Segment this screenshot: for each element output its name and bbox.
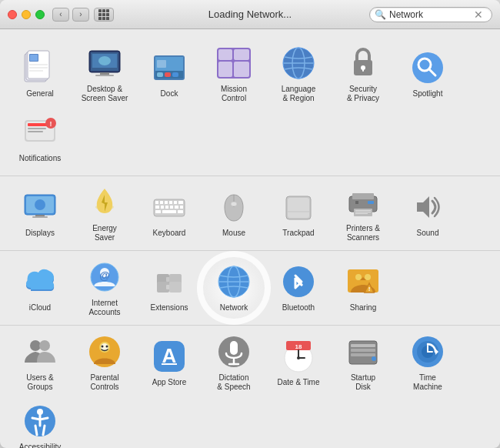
icon-spotlight-label: Spotlight <box>413 89 443 99</box>
icon-printers-scanners[interactable]: Printers &Scanners <box>332 182 394 244</box>
svg-point-108 <box>106 346 108 348</box>
hardware-icons-grid: Displays EnergySaver <box>9 182 491 244</box>
icon-mission-label: MissionControl <box>221 85 247 103</box>
svg-rect-69 <box>288 198 309 218</box>
icon-time-machine-label: TimeMachine <box>413 373 442 392</box>
back-button[interactable]: ‹ <box>52 8 69 22</box>
icon-mouse[interactable]: Mouse <box>203 182 265 244</box>
svg-rect-56 <box>178 201 183 204</box>
forward-button[interactable]: › <box>72 8 89 22</box>
icon-date-time-label: Date & Time <box>277 378 319 387</box>
svg-point-121 <box>297 356 300 359</box>
icon-bluetooth[interactable]: Bluetooth <box>268 257 329 319</box>
icon-language-region[interactable]: Language& Region <box>268 43 329 105</box>
icon-mission-control[interactable]: MissionControl <box>203 43 265 105</box>
grid-view-button[interactable] <box>94 8 114 22</box>
icon-extensions[interactable]: Extensions <box>138 257 200 319</box>
icon-energy-saver[interactable]: EnergySaver <box>74 182 135 244</box>
icon-startup-disk[interactable]: StartupDisk <box>332 332 394 393</box>
icon-time-machine[interactable]: TimeMachine <box>397 332 458 393</box>
svg-rect-57 <box>155 206 159 209</box>
svg-rect-65 <box>178 210 183 213</box>
svg-point-34 <box>412 52 443 83</box>
svg-point-102 <box>30 340 41 351</box>
icon-security-privacy[interactable]: Security& Privacy <box>332 43 394 105</box>
search-input[interactable] <box>389 9 474 20</box>
icon-network-label: Network <box>220 303 248 313</box>
svg-rect-13 <box>100 72 109 75</box>
search-box[interactable]: 🔍 ✕ <box>369 7 492 22</box>
svg-rect-20 <box>172 72 178 77</box>
icon-keyboard[interactable]: Keyboard <box>138 182 200 244</box>
svg-rect-58 <box>161 206 164 209</box>
svg-rect-59 <box>165 206 168 209</box>
icon-users-label: Users &Groups <box>26 373 54 392</box>
search-icon: 🔍 <box>375 9 386 20</box>
search-clear-button[interactable]: ✕ <box>474 9 483 20</box>
nav-buttons: ‹ › <box>52 8 89 22</box>
icon-dictation-speech[interactable]: Dictation& Speech <box>203 332 265 393</box>
icon-parental-controls[interactable]: ParentalControls <box>74 332 135 393</box>
svg-rect-61 <box>175 206 178 209</box>
icon-extensions-label: Extensions <box>151 303 188 313</box>
svg-text:!: ! <box>50 120 52 128</box>
traffic-lights <box>8 10 45 19</box>
icon-displays-label: Displays <box>25 229 55 238</box>
svg-rect-125 <box>351 353 375 356</box>
svg-rect-25 <box>218 62 232 77</box>
minimize-button[interactable] <box>22 10 31 19</box>
icon-language-label: Language& Region <box>282 85 316 103</box>
icon-general[interactable]: General <box>9 43 71 105</box>
svg-rect-21 <box>157 60 166 68</box>
svg-point-12 <box>98 56 111 65</box>
titlebar: ‹ › Loading Network... 🔍 ✕ <box>0 0 500 29</box>
icon-sharing[interactable]: ! Sharing <box>332 257 394 319</box>
system-section: Users &Groups Pare <box>0 326 500 448</box>
icon-spotlight[interactable]: Spotlight <box>397 43 458 105</box>
icon-sound[interactable]: Sound <box>397 182 458 244</box>
internet-section: iCloud @ InternetAccounts <box>0 251 500 326</box>
svg-rect-89 <box>169 282 182 293</box>
icon-users-groups[interactable]: Users &Groups <box>9 332 71 393</box>
icon-parental-label: ParentalControls <box>90 373 118 392</box>
svg-text:!: ! <box>368 286 371 293</box>
icon-network[interactable]: Network <box>203 257 265 319</box>
icon-trackpad[interactable]: Trackpad <box>268 182 329 244</box>
icon-dock[interactable]: Dock <box>138 43 200 105</box>
system-preferences-window: ‹ › Loading Network... 🔍 ✕ <box>0 0 500 448</box>
svg-rect-123 <box>351 344 375 347</box>
icon-icloud[interactable]: iCloud <box>9 257 71 319</box>
icon-sound-label: Sound <box>417 229 439 238</box>
icon-accessibility[interactable]: Accessibility <box>9 396 71 448</box>
maximize-button[interactable] <box>35 10 45 19</box>
icon-internet-accounts[interactable]: @ InternetAccounts <box>74 257 135 319</box>
icon-displays[interactable]: Displays <box>9 182 71 244</box>
icon-keyboard-label: Keyboard <box>153 229 186 238</box>
svg-rect-74 <box>355 201 358 204</box>
icon-accessibility-label: Accessibility <box>19 443 61 448</box>
icon-date-time[interactable]: 18 Date & Time <box>268 332 329 393</box>
svg-rect-52 <box>160 201 163 204</box>
svg-point-46 <box>35 199 45 210</box>
svg-rect-124 <box>351 349 375 352</box>
svg-rect-97 <box>355 274 362 280</box>
icon-notifications[interactable]: ! Notifications <box>9 108 71 169</box>
icon-desktop-screen-saver[interactable]: Desktop &Screen Saver <box>74 43 135 105</box>
svg-rect-47 <box>35 215 45 216</box>
window-title: Loading Network... <box>208 8 292 20</box>
svg-rect-48 <box>32 216 48 218</box>
svg-rect-41 <box>28 131 43 132</box>
svg-rect-53 <box>165 201 168 204</box>
svg-rect-18 <box>157 72 163 77</box>
close-button[interactable] <box>8 10 17 19</box>
grid-icon <box>98 9 109 20</box>
icon-trackpad-label: Trackpad <box>282 229 314 238</box>
icon-app-store[interactable]: A App Store <box>138 332 200 393</box>
icon-icloud-label: iCloud <box>29 303 51 313</box>
icon-startup-label: StartupDisk <box>351 373 375 392</box>
icon-appstore-label: App Store <box>152 378 186 387</box>
icon-notifications-label: Notifications <box>19 154 61 163</box>
svg-rect-55 <box>174 201 177 204</box>
svg-rect-33 <box>362 68 364 72</box>
personal-icons-grid: General Desktop &S <box>9 43 491 169</box>
